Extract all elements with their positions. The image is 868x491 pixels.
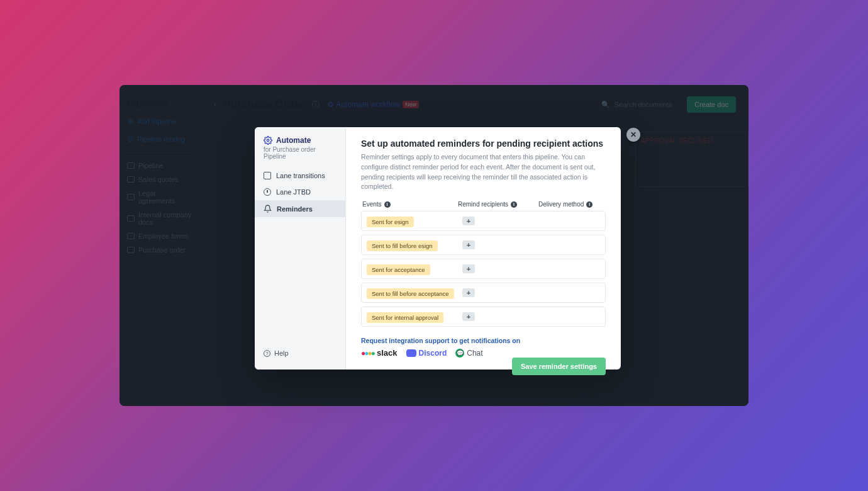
event-tag: Sent for internal approval — [367, 312, 443, 323]
modal-sidebar-header: Automate for Purchase order Pipeline — [255, 136, 345, 167]
event-tag: Sent for esign — [367, 217, 414, 227]
modal-footer: Save reminder settings — [361, 358, 606, 375]
slack-label: slack — [377, 348, 398, 358]
bell-icon — [264, 205, 272, 213]
info-icon[interactable]: i — [586, 201, 593, 208]
tab-reminders[interactable]: Reminders — [255, 200, 345, 217]
modal-description: Reminder settings apply to every documen… — [361, 152, 606, 192]
automate-icon — [264, 136, 272, 145]
help-link[interactable]: ? Help — [255, 343, 345, 363]
event-row: Sent for internal approval + — [361, 307, 606, 327]
col-delivery-label: Delivery method — [538, 201, 584, 208]
discord-icon — [406, 349, 416, 357]
modal-main: Set up automated reminders for pending r… — [346, 127, 621, 370]
event-row: Sent to fill before esign + — [361, 235, 606, 255]
clock-icon — [264, 188, 271, 196]
chat-integration[interactable]: 💬 Chat — [455, 349, 482, 358]
discord-label: Discord — [419, 349, 447, 358]
event-row: Sent for acceptance + — [361, 259, 606, 279]
svg-point-0 — [267, 139, 269, 142]
columns-icon — [264, 172, 271, 179]
modal-title: Set up automated reminders for pending r… — [361, 138, 606, 149]
col-events-label: Events — [362, 201, 382, 208]
add-recipient-button[interactable]: + — [462, 312, 475, 321]
tab-lane-transitions[interactable]: Lane transitions — [255, 167, 345, 184]
automate-modal: Automate for Purchase order Pipeline Lan… — [255, 127, 621, 370]
add-recipient-button[interactable]: + — [462, 288, 475, 297]
slack-integration[interactable]: ●●●● slack — [361, 348, 398, 358]
modal-sidebar-subtitle: for Purchase order Pipeline — [264, 146, 337, 160]
event-tag: Sent to fill before acceptance — [367, 288, 454, 299]
tab-label: Reminders — [277, 205, 313, 213]
event-tag: Sent to fill before esign — [367, 240, 438, 251]
modal-sidebar-title: Automate — [276, 136, 311, 145]
chat-icon: 💬 — [455, 349, 464, 358]
tab-label: Lane transitions — [276, 172, 325, 179]
col-recipients-label: Remind recipients — [458, 201, 508, 208]
add-recipient-button[interactable]: + — [462, 264, 475, 273]
event-tag: Sent for acceptance — [367, 264, 430, 275]
help-label: Help — [274, 349, 289, 357]
close-modal-button[interactable]: ✕ — [626, 128, 640, 142]
integration-section: Request integration support to get notif… — [361, 337, 606, 358]
help-icon: ? — [264, 350, 270, 357]
event-row: Sent to fill before acceptance + — [361, 283, 606, 303]
table-header: Events i Remind recipients i Delivery me… — [361, 201, 606, 211]
add-recipient-button[interactable]: + — [462, 240, 475, 249]
tab-label: Lane JTBD — [276, 188, 311, 196]
info-icon[interactable]: i — [384, 201, 391, 208]
integration-label: Request integration support to get notif… — [361, 337, 606, 344]
tab-lane-jtbd[interactable]: Lane JTBD — [255, 184, 345, 200]
modal-sidebar: Automate for Purchase order Pipeline Lan… — [255, 127, 346, 370]
slack-icon: ●●●● — [361, 349, 374, 358]
discord-integration[interactable]: Discord — [406, 349, 447, 358]
info-icon[interactable]: i — [511, 201, 517, 208]
chat-label: Chat — [467, 349, 482, 358]
save-reminder-settings-button[interactable]: Save reminder settings — [512, 358, 606, 375]
add-recipient-button[interactable]: + — [462, 217, 475, 225]
event-row: Sent for esign + — [361, 211, 606, 231]
